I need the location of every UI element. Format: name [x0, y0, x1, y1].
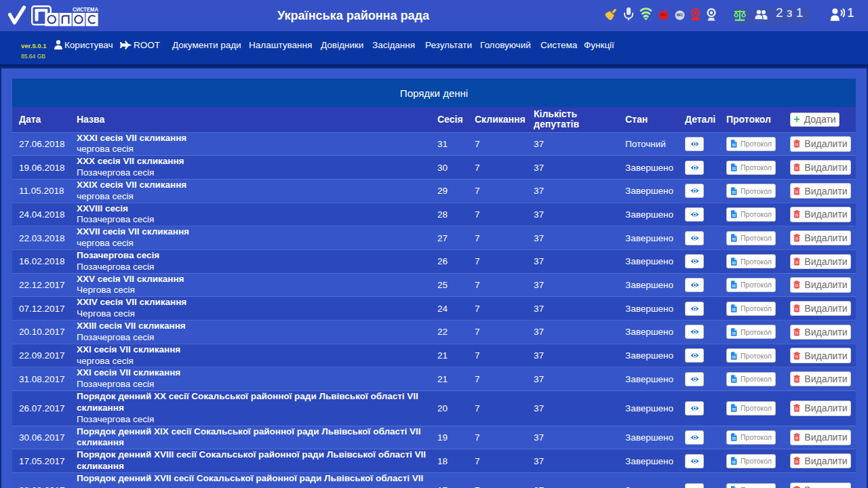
svg-text:REC: REC [660, 14, 667, 17]
svg-text:REC: REC [677, 14, 684, 17]
